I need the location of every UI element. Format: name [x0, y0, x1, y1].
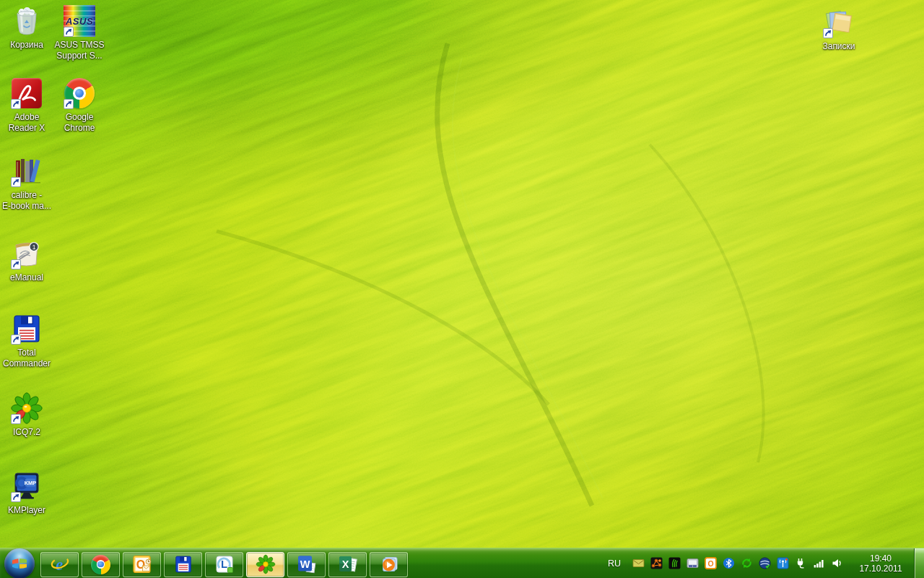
taskbar-button-outlook[interactable]: O	[123, 552, 161, 577]
taskbar-button-excel[interactable]: X	[328, 552, 367, 577]
signal-strength-tray-icon[interactable]	[813, 557, 826, 570]
shortcut-arrow-icon	[823, 28, 833, 38]
desktop-icon-emanual[interactable]: 1 eManual	[0, 237, 59, 283]
icon-label: eManual	[10, 272, 43, 283]
kmplayer-monitor-icon: KMP	[10, 470, 43, 503]
volume-tray-icon[interactable]	[831, 557, 844, 570]
taskbar-button-internet-explorer[interactable]: e	[40, 552, 79, 577]
touchpad-tray-icon[interactable]	[687, 557, 699, 570]
wallpaper	[0, 0, 924, 578]
icq-flower-icon	[256, 554, 276, 574]
desktop-icon-google-chrome[interactable]: GoogleChrome	[47, 77, 112, 133]
svg-text:X: X	[341, 558, 349, 570]
floppy-disk-icon	[10, 312, 43, 345]
svg-text:KMP: KMP	[25, 480, 37, 486]
shortcut-arrow-icon	[11, 492, 21, 502]
internet-explorer-icon: e	[50, 554, 70, 574]
adobe-reader-icon	[10, 77, 43, 110]
desktop-icon-icq[interactable]: ICQ7.2	[0, 392, 59, 438]
taskbar: e O	[0, 548, 924, 578]
taskbar-button-word[interactable]: W	[287, 552, 326, 577]
desktop-icon-kmplayer[interactable]: KMP KMPlayer	[0, 470, 59, 516]
icon-label: Записки	[822, 41, 855, 52]
shortcut-arrow-icon	[11, 259, 21, 269]
icon-label: GoogleChrome	[64, 112, 95, 133]
icon-label: AdobeReader X	[9, 112, 45, 133]
odnoklassniki-tray-icon[interactable]: O	[705, 557, 718, 570]
windows-flag-icon	[12, 556, 27, 571]
svg-text:1: 1	[32, 243, 36, 251]
clock-time: 19:40	[852, 553, 910, 564]
desktop-icon-total-commander[interactable]: TotalCommander	[0, 312, 59, 368]
svg-text:L: L	[220, 558, 227, 570]
taskbar-clock[interactable]: 19:40 17.10.2011	[852, 553, 910, 574]
icon-label: ASUS TMSSSupport S...	[54, 40, 104, 61]
icon-label: TotalCommander	[3, 348, 51, 368]
sync-tray-icon[interactable]	[741, 557, 754, 570]
taskbar-button-lingvo[interactable]: L	[205, 552, 243, 577]
lingvo-icon: L	[214, 554, 235, 574]
desktop: Корзина ASUS ASUS TMSSSupport S... Adobe…	[0, 0, 924, 578]
calibre-books-icon	[10, 155, 43, 188]
sticky-notes-icon	[822, 6, 855, 39]
icon-label: KMPlayer	[8, 505, 45, 516]
language-indicator[interactable]: RU	[608, 558, 621, 569]
floppy-disk-icon	[173, 554, 193, 574]
desktop-icon-sticky-notes[interactable]: Записки	[806, 6, 871, 52]
network-monitor-tray-icon[interactable]	[759, 557, 772, 570]
shortcut-arrow-icon	[11, 177, 21, 187]
power-plug-tray-icon[interactable]	[795, 557, 808, 570]
outlook-icon: O	[132, 554, 152, 574]
asus-tmss-icon: ASUS	[63, 4, 96, 38]
svg-text:O: O	[707, 559, 713, 568]
desktop-icon-calibre[interactable]: calibre -E-book ma...	[0, 155, 59, 211]
taskbar-button-icq[interactable]	[246, 552, 284, 577]
shortcut-arrow-icon	[64, 99, 74, 109]
show-desktop-button[interactable]	[914, 548, 924, 578]
network-molecule-tray-icon[interactable]	[650, 557, 663, 570]
media-player-icon	[379, 554, 399, 574]
desktop-icon-asus-tmss[interactable]: ASUS ASUS TMSSSupport S...	[47, 4, 112, 61]
emanual-notepad-icon: 1	[10, 237, 43, 270]
icon-label: calibre -E-book ma...	[2, 190, 51, 211]
excel-icon: X	[338, 554, 358, 574]
start-button[interactable]	[4, 548, 35, 578]
icon-label: ICQ7.2	[13, 427, 40, 438]
shortcut-arrow-icon	[11, 414, 21, 424]
google-chrome-icon	[91, 555, 110, 574]
mail-tray-icon[interactable]	[632, 557, 645, 570]
taskbar-button-windows-media-player[interactable]	[370, 552, 408, 577]
wifi-antenna-tray-icon[interactable]	[777, 557, 790, 570]
svg-text:e: e	[55, 556, 62, 574]
recycle-bin-icon	[10, 4, 43, 38]
razer-tray-icon[interactable]	[668, 557, 681, 570]
word-icon: W	[297, 554, 317, 574]
google-chrome-icon	[63, 77, 96, 110]
svg-text:W: W	[300, 558, 310, 570]
icon-label: Корзина	[10, 40, 43, 51]
asus-logo-text: ASUS	[66, 16, 93, 27]
icq-flower-icon	[10, 392, 43, 425]
shortcut-arrow-icon	[11, 335, 21, 345]
clock-date: 17.10.2011	[852, 564, 910, 574]
bluetooth-tray-icon[interactable]	[723, 557, 736, 570]
shortcut-arrow-icon	[64, 27, 74, 37]
shortcut-arrow-icon	[11, 99, 21, 109]
taskbar-button-total-commander[interactable]	[164, 552, 202, 577]
taskbar-button-google-chrome[interactable]	[82, 552, 120, 577]
